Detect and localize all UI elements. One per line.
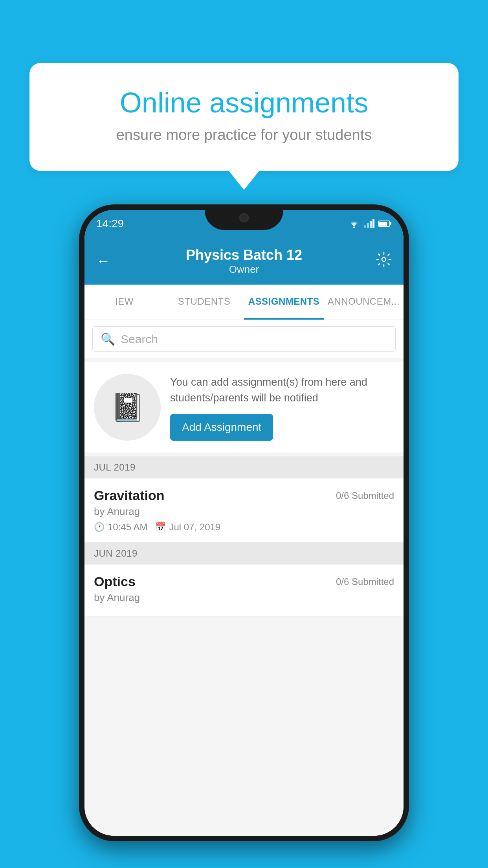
header-title: Physics Batch 12 [186, 247, 302, 263]
phone-screen: 14:29 [84, 210, 404, 836]
status-icons [348, 219, 392, 228]
notebook-icon: 📓 [110, 391, 145, 423]
svg-rect-4 [372, 219, 374, 228]
search-input-wrapper[interactable]: 🔍 Search [92, 326, 396, 352]
tab-announcements[interactable]: ANNOUNCEM... [324, 285, 404, 320]
promo-icon-circle: 📓 [94, 374, 161, 441]
date-meta: 📅 Jul 07, 2019 [155, 522, 220, 533]
signal-icon [364, 219, 374, 228]
app-header: ← Physics Batch 12 Owner [84, 237, 404, 285]
tab-iew[interactable]: IEW [84, 285, 164, 320]
bubble-subtitle: ensure more practice for your students [57, 127, 431, 143]
svg-rect-2 [367, 223, 369, 228]
search-icon: 🔍 [101, 332, 115, 346]
assignment-name: Optics [94, 574, 136, 589]
assignment-row: Gravitation 0/6 Submitted [94, 488, 394, 503]
assignment-row: Optics 0/6 Submitted [94, 574, 394, 589]
svg-rect-1 [364, 225, 366, 228]
assignment-time: 10:45 AM [108, 522, 147, 533]
promo-description: You can add assignment(s) from here and … [170, 374, 394, 406]
tab-assignments[interactable]: ASSIGNMENTS [244, 285, 324, 320]
front-camera [239, 213, 249, 223]
assignment-by: by Anurag [94, 506, 394, 518]
assignment-submitted: 0/6 Submitted [336, 490, 394, 501]
wifi-icon [348, 219, 360, 228]
phone-device: 14:29 [79, 204, 409, 841]
header-subtitle: Owner [186, 263, 302, 276]
back-button[interactable]: ← [96, 253, 110, 269]
svg-rect-7 [379, 222, 387, 226]
battery-icon [378, 220, 392, 227]
assignment-by: by Anurag [94, 592, 394, 604]
section-header-jul: JUL 2019 [84, 456, 404, 478]
phone-frame: 14:29 [79, 204, 409, 841]
time-meta: 🕐 10:45 AM [94, 522, 147, 533]
list-item[interactable]: Optics 0/6 Submitted by Anurag [84, 565, 404, 617]
promo-section: 📓 You can add assignment(s) from here an… [84, 362, 404, 452]
assignment-date: Jul 07, 2019 [169, 522, 220, 533]
assignment-submitted: 0/6 Submitted [336, 576, 394, 587]
header-center: Physics Batch 12 Owner [186, 247, 302, 276]
svg-point-8 [382, 257, 386, 261]
assignment-meta: 🕐 10:45 AM 📅 Jul 07, 2019 [94, 522, 394, 533]
tabs-bar: IEW STUDENTS ASSIGNMENTS ANNOUNCEM... [84, 285, 404, 320]
add-assignment-button[interactable]: Add Assignment [170, 414, 273, 441]
speech-bubble: Online assignments ensure more practice … [29, 63, 459, 171]
phone-notch [205, 204, 283, 230]
section-header-jun: JUN 2019 [84, 542, 404, 565]
bubble-title: Online assignments [57, 86, 431, 119]
svg-rect-3 [370, 221, 372, 228]
svg-rect-6 [390, 222, 391, 225]
promo-right: You can add assignment(s) from here and … [170, 374, 394, 441]
settings-icon[interactable] [376, 252, 392, 271]
clock-icon: 🕐 [94, 522, 105, 532]
calendar-icon: 📅 [155, 522, 166, 532]
list-item[interactable]: Gravitation 0/6 Submitted by Anurag 🕐 10… [84, 478, 404, 542]
search-bar: 🔍 Search [84, 320, 404, 358]
status-time: 14:29 [96, 217, 124, 230]
screen-content: 🔍 Search 📓 You can add assignment(s) fro… [84, 320, 404, 836]
svg-point-0 [353, 226, 355, 228]
search-placeholder: Search [121, 333, 158, 346]
assignment-name: Gravitation [94, 488, 164, 503]
tab-students[interactable]: STUDENTS [164, 285, 244, 320]
